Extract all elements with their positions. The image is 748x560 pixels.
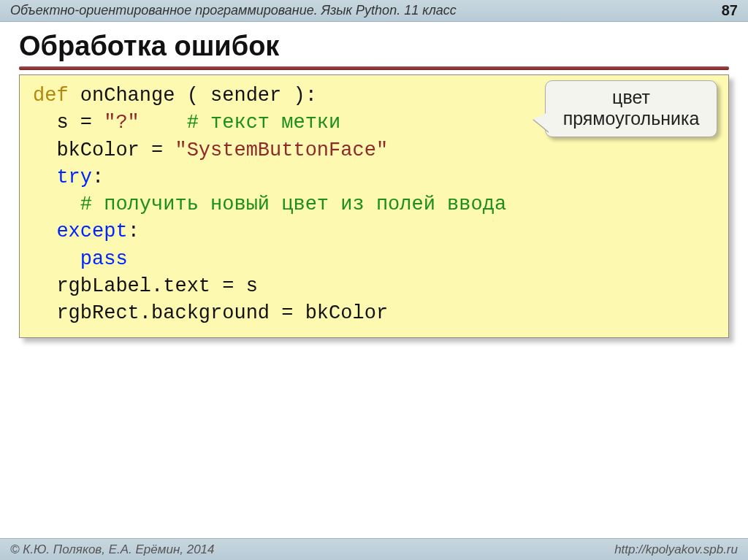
var-s: s [56,112,68,134]
indent [33,248,80,270]
paren-open: ( [187,85,199,107]
content-area: def onChange ( sender ): s = "?" # текст… [0,70,748,338]
indent [33,193,80,215]
var-bkcolor: bkColor [56,139,139,161]
kw-pass: pass [80,248,128,270]
fn-arg: sender [199,85,294,107]
page-number: 87 [722,2,738,19]
indent [33,302,56,324]
callout-line2: прямоугольника [553,108,709,129]
colon: : [128,220,140,242]
slide: Объектно-ориентированное программировани… [0,0,748,560]
indent [33,112,56,134]
indent [33,166,56,188]
callout-bubble: цвет прямоугольника [545,80,717,137]
kw-try: try [56,166,92,188]
comment-getcolor: # получить новый цвет из полей ввода [80,193,506,215]
footer: © К.Ю. Поляков, Е.А. Ерёмин, 2014 http:/… [0,538,748,560]
comment-label: # текст метки [187,112,341,134]
eq: = [140,139,175,161]
footer-copyright: © К.Ю. Поляков, Е.А. Ерёмин, 2014 [10,542,215,557]
fn-name: onChange [69,85,187,107]
indent [33,139,56,161]
gap [140,112,187,134]
callout-tail-icon [533,112,549,132]
kw-except: except [56,220,127,242]
topbar: Объектно-ориентированное программировани… [0,0,748,22]
colon: : [92,166,104,188]
str-systembuttonface: "SystemButtonFace" [175,139,388,161]
slide-title: Обработка ошибок [0,22,748,66]
indent [33,275,56,297]
line-rgbrect: rgbRect.background = bkColor [56,302,388,324]
course-title: Объектно-ориентированное программировани… [10,3,457,18]
line-rgblabel: rgbLabel.text = s [56,275,257,297]
indent [33,220,56,242]
eq: = [69,112,104,134]
kw-def: def [33,85,69,107]
paren-close: ): [293,85,316,107]
footer-link: http://kpolyakov.spb.ru [614,542,738,557]
str-qmark: "?" [104,112,140,134]
callout-line1: цвет [553,87,709,108]
